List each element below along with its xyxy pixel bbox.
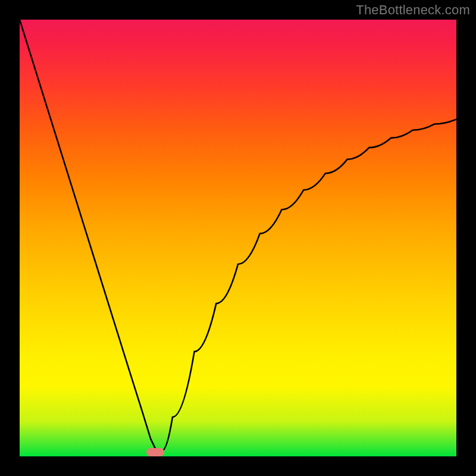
- watermark-text: TheBottleneck.com: [356, 2, 470, 18]
- bottleneck-curve: [20, 20, 456, 456]
- plot-area: [20, 20, 456, 456]
- chart-frame: TheBottleneck.com: [0, 0, 476, 476]
- valley-marker: [146, 448, 164, 456]
